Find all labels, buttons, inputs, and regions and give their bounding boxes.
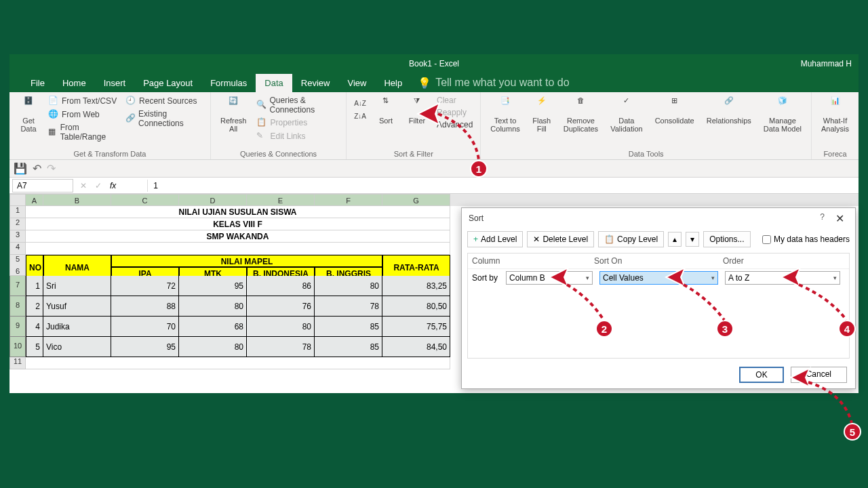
tab-home[interactable]: Home	[54, 74, 95, 92]
advanced-filter-button[interactable]: Advanced	[435, 119, 475, 130]
relationships-button[interactable]: 🔗Relationships	[703, 95, 755, 126]
get-data-button[interactable]: 🗄️ Get Data	[15, 95, 42, 134]
cancel-button[interactable]: Cancel	[791, 367, 847, 383]
help-icon[interactable]: ?	[820, 212, 825, 225]
title-row-1[interactable]: NILAI UJIAN SUSULAN SISWA	[26, 206, 450, 218]
row-4[interactable]: 4	[9, 243, 26, 255]
title-row-2[interactable]: KELAS VIII F	[26, 218, 450, 230]
undo-button[interactable]: ↶	[33, 162, 41, 175]
col-E[interactable]: E	[247, 194, 315, 206]
cancel-formula-icon[interactable]: ✕	[76, 181, 91, 190]
hdr-nilai-mapel[interactable]: NILAI MAPEL	[111, 255, 382, 267]
name-box[interactable]: A7	[12, 179, 73, 192]
move-down-button[interactable]: ▾	[686, 232, 699, 247]
enter-formula-icon[interactable]: ✓	[91, 181, 106, 190]
formula-content[interactable]: 1	[147, 180, 163, 192]
row-2[interactable]: 2	[9, 218, 26, 230]
save-button[interactable]: 💾	[14, 162, 27, 175]
remove-dup-icon: 🗑	[571, 96, 590, 115]
properties-button[interactable]: 📋Properties	[254, 117, 309, 129]
tell-me-search[interactable]: 💡 Tell me what you want to do	[418, 77, 569, 89]
tab-help[interactable]: Help	[375, 74, 411, 92]
row-7[interactable]: 7	[9, 276, 26, 296]
tab-insert[interactable]: Insert	[95, 74, 135, 92]
recent-sources-button[interactable]: 🕘Recent Sources	[123, 95, 199, 107]
data-validation-button[interactable]: ✓Data Validation	[606, 95, 647, 134]
close-icon[interactable]: ✕	[831, 212, 848, 225]
remove-duplicates-button[interactable]: 🗑Remove Duplicates	[559, 95, 602, 134]
move-up-button[interactable]: ▴	[668, 232, 682, 247]
whatif-button[interactable]: 📊What-If Analysis	[817, 95, 853, 134]
group-label-sort-filter: Sort & Filter	[352, 148, 475, 158]
sort-icon: ⇅	[376, 96, 395, 115]
sort-az-button[interactable]: A↓Z	[352, 99, 368, 108]
fx-icon[interactable]: fx	[106, 181, 120, 190]
flash-fill-icon: ⚡	[532, 96, 551, 115]
consolidate-icon: ⊞	[665, 96, 684, 115]
from-web-button[interactable]: 🌐From Web	[46, 108, 102, 121]
col-column-label: Column	[472, 256, 594, 266]
filter-button[interactable]: ⧩ Filter	[403, 95, 431, 126]
col-A[interactable]: A	[26, 194, 43, 206]
col-G[interactable]: G	[382, 194, 450, 206]
select-all-triangle[interactable]	[9, 194, 26, 206]
my-data-has-headers[interactable]: My data has headers	[762, 235, 850, 244]
plus-icon: +	[473, 235, 478, 244]
edit-links-button[interactable]: ✎Edit Links	[254, 130, 307, 142]
editlinks-icon: ✎	[256, 131, 267, 142]
headers-checkbox[interactable]	[762, 235, 771, 244]
formula-bar: A7 ✕ ✓ fx 1	[9, 178, 859, 194]
manage-data-model-button[interactable]: 🧊Manage Data Model	[760, 95, 806, 134]
from-textcsv-button[interactable]: 📄From Text/CSV	[46, 95, 119, 107]
tab-review[interactable]: Review	[292, 74, 339, 92]
from-table-button[interactable]: ▦From Table/Range	[46, 122, 119, 142]
col-C[interactable]: C	[111, 194, 179, 206]
refresh-all-button[interactable]: 🔄 Refresh All	[216, 95, 251, 134]
text-to-columns-button[interactable]: 📑Text to Columns	[486, 95, 524, 134]
row-1[interactable]: 1	[9, 206, 26, 218]
tab-data[interactable]: Data	[256, 74, 292, 92]
flash-fill-button[interactable]: ⚡Flash Fill	[528, 95, 555, 134]
refresh-icon: 🔄	[224, 96, 243, 115]
options-button[interactable]: Options...	[703, 231, 750, 247]
order-combo[interactable]: A to Z▾	[725, 271, 840, 285]
globe-icon: 🌐	[48, 109, 59, 120]
user-name: Muhammad H	[801, 59, 852, 68]
row-6[interactable]: 6	[9, 267, 26, 276]
add-level-button[interactable]: +Add Level	[467, 231, 523, 247]
col-B[interactable]: B	[43, 194, 111, 206]
group-label-data-tools: Data Tools	[486, 148, 806, 158]
row-9[interactable]: 9	[9, 317, 26, 337]
sort-button[interactable]: ⇅ Sort	[372, 95, 399, 126]
sorton-combo[interactable]: Cell Values▾	[599, 271, 718, 285]
title-row-3[interactable]: SMP WAKANDA	[26, 230, 450, 243]
dialog-title: Sort	[469, 214, 484, 223]
clear-filter-button[interactable]: Clear	[435, 95, 458, 106]
app-title: Book1 - Excel	[409, 59, 459, 68]
tab-view[interactable]: View	[338, 74, 375, 92]
reapply-button[interactable]: Reapply	[435, 107, 469, 118]
tab-file[interactable]: File	[22, 74, 54, 92]
copy-level-button[interactable]: 📋Copy Level	[598, 231, 664, 247]
tab-page-layout[interactable]: Page Layout	[134, 74, 201, 92]
sort-za-button[interactable]: Z↓A	[352, 112, 368, 121]
queries-connections-button[interactable]: 🔍Queries & Connections	[254, 95, 340, 115]
sortby-combo[interactable]: Column B▾	[506, 271, 593, 285]
col-D[interactable]: D	[179, 194, 247, 206]
delete-level-button[interactable]: ✕Delete Level	[527, 231, 594, 247]
link-icon: 🔗	[125, 113, 136, 124]
ribbon-content: 🗄️ Get Data 📄From Text/CSV 🌐From Web ▦Fr…	[9, 92, 859, 160]
sortby-label: Sort by	[472, 273, 499, 283]
tab-formulas[interactable]: Formulas	[201, 74, 256, 92]
row-3[interactable]: 3	[9, 230, 26, 243]
row-8[interactable]: 8	[9, 296, 26, 317]
col-F[interactable]: F	[315, 194, 382, 206]
row-10[interactable]: 10	[9, 337, 26, 357]
redo-button[interactable]: ↷	[47, 162, 56, 175]
group-label-get-transform: Get & Transform Data	[15, 148, 205, 158]
database-icon: 🗄️	[19, 96, 38, 115]
row-11[interactable]: 11	[9, 357, 26, 369]
existing-connections-button[interactable]: 🔗Existing Connections	[123, 108, 205, 129]
ok-button[interactable]: OK	[739, 367, 783, 383]
consolidate-button[interactable]: ⊞Consolidate	[651, 95, 698, 126]
